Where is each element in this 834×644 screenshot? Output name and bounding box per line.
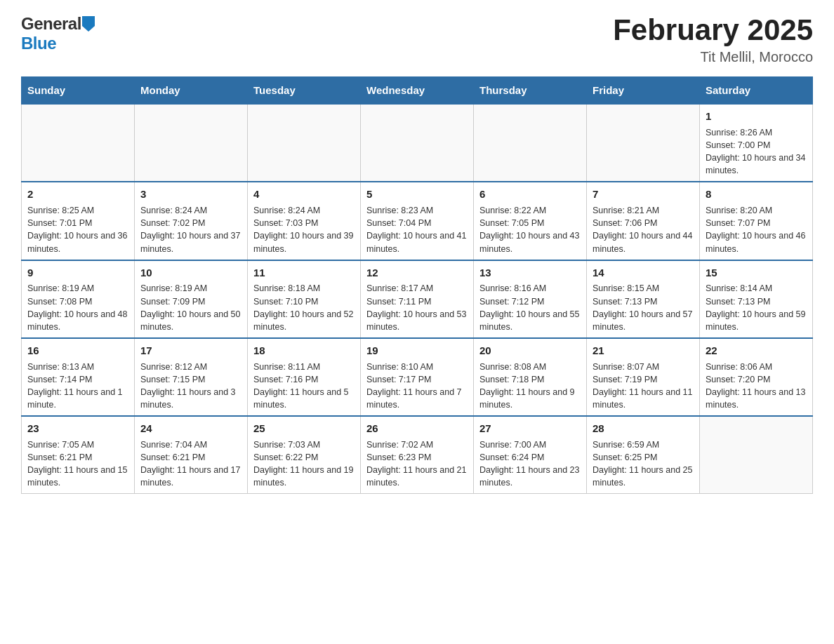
calendar-cell: 8Sunrise: 8:20 AM Sunset: 7:07 PM Daylig… (700, 182, 813, 260)
calendar-cell: 11Sunrise: 8:18 AM Sunset: 7:10 PM Dayli… (248, 260, 361, 338)
day-number: 7 (593, 187, 694, 202)
weekday-header-friday: Friday (587, 77, 700, 105)
day-info: Sunrise: 7:00 AM Sunset: 6:24 PM Dayligh… (479, 438, 581, 490)
day-info: Sunrise: 8:22 AM Sunset: 7:05 PM Dayligh… (479, 204, 581, 255)
weekday-header-saturday: Saturday (700, 77, 813, 105)
logo: General Blue (21, 14, 95, 53)
calendar-cell: 25Sunrise: 7:03 AM Sunset: 6:22 PM Dayli… (248, 416, 361, 494)
day-info: Sunrise: 8:08 AM Sunset: 7:18 PM Dayligh… (479, 361, 581, 412)
day-number: 6 (479, 187, 581, 202)
day-info: Sunrise: 8:11 AM Sunset: 7:16 PM Dayligh… (253, 361, 355, 412)
logo-flag-icon (82, 16, 95, 32)
calendar-cell: 10Sunrise: 8:19 AM Sunset: 7:09 PM Dayli… (135, 260, 248, 338)
calendar-cell: 7Sunrise: 8:21 AM Sunset: 7:06 PM Daylig… (587, 182, 700, 260)
day-info: Sunrise: 8:26 AM Sunset: 7:00 PM Dayligh… (706, 126, 807, 177)
calendar-cell (135, 104, 248, 182)
calendar-week-row: 9Sunrise: 8:19 AM Sunset: 7:08 PM Daylig… (22, 260, 813, 338)
day-info: Sunrise: 8:21 AM Sunset: 7:06 PM Dayligh… (593, 204, 694, 255)
day-info: Sunrise: 8:19 AM Sunset: 7:09 PM Dayligh… (140, 282, 241, 333)
day-info: Sunrise: 8:15 AM Sunset: 7:13 PM Dayligh… (593, 282, 694, 333)
day-number: 13 (479, 265, 581, 281)
calendar-cell (474, 104, 587, 182)
calendar-week-row: 1Sunrise: 8:26 AM Sunset: 7:00 PM Daylig… (22, 104, 813, 182)
day-info: Sunrise: 8:17 AM Sunset: 7:11 PM Dayligh… (366, 282, 468, 333)
day-info: Sunrise: 7:02 AM Sunset: 6:23 PM Dayligh… (366, 438, 468, 490)
calendar-cell: 18Sunrise: 8:11 AM Sunset: 7:16 PM Dayli… (248, 338, 361, 416)
day-info: Sunrise: 8:24 AM Sunset: 7:03 PM Dayligh… (253, 204, 355, 255)
calendar-cell: 2Sunrise: 8:25 AM Sunset: 7:01 PM Daylig… (22, 182, 135, 260)
day-info: Sunrise: 8:25 AM Sunset: 7:01 PM Dayligh… (27, 204, 128, 255)
location-subtitle: Tit Mellil, Morocco (613, 49, 813, 65)
day-info: Sunrise: 8:07 AM Sunset: 7:19 PM Dayligh… (593, 361, 694, 412)
calendar-table: SundayMondayTuesdayWednesdayThursdayFrid… (21, 76, 813, 494)
title-block: February 2025 Tit Mellil, Morocco (613, 14, 813, 65)
page-header: General Blue February 2025 Tit Mellil, M… (21, 14, 813, 65)
svg-marker-0 (82, 16, 95, 32)
day-number: 23 (27, 421, 128, 436)
weekday-header-tuesday: Tuesday (248, 77, 361, 105)
calendar-cell: 14Sunrise: 8:15 AM Sunset: 7:13 PM Dayli… (587, 260, 700, 338)
day-info: Sunrise: 8:23 AM Sunset: 7:04 PM Dayligh… (366, 204, 468, 255)
day-info: Sunrise: 8:10 AM Sunset: 7:17 PM Dayligh… (366, 361, 468, 412)
calendar-cell (587, 104, 700, 182)
day-info: Sunrise: 8:06 AM Sunset: 7:20 PM Dayligh… (706, 361, 807, 412)
logo-general-text: General (21, 14, 81, 34)
day-info: Sunrise: 7:03 AM Sunset: 6:22 PM Dayligh… (253, 438, 355, 490)
calendar-week-row: 16Sunrise: 8:13 AM Sunset: 7:14 PM Dayli… (22, 338, 813, 416)
calendar-cell (700, 416, 813, 494)
calendar-cell: 27Sunrise: 7:00 AM Sunset: 6:24 PM Dayli… (474, 416, 587, 494)
calendar-week-row: 23Sunrise: 7:05 AM Sunset: 6:21 PM Dayli… (22, 416, 813, 494)
calendar-cell: 12Sunrise: 8:17 AM Sunset: 7:11 PM Dayli… (361, 260, 474, 338)
calendar-cell: 3Sunrise: 8:24 AM Sunset: 7:02 PM Daylig… (135, 182, 248, 260)
day-number: 24 (140, 421, 241, 436)
calendar-cell (248, 104, 361, 182)
logo-blue-text: Blue (21, 34, 56, 53)
weekday-header-monday: Monday (135, 77, 248, 105)
day-number: 12 (366, 265, 468, 281)
day-number: 2 (27, 187, 128, 202)
calendar-cell (22, 104, 135, 182)
day-info: Sunrise: 8:20 AM Sunset: 7:07 PM Dayligh… (706, 204, 807, 255)
calendar-cell: 17Sunrise: 8:12 AM Sunset: 7:15 PM Dayli… (135, 338, 248, 416)
day-number: 17 (140, 343, 241, 358)
calendar-cell: 4Sunrise: 8:24 AM Sunset: 7:03 PM Daylig… (248, 182, 361, 260)
day-number: 10 (140, 265, 241, 281)
day-number: 5 (366, 187, 468, 202)
calendar-cell: 23Sunrise: 7:05 AM Sunset: 6:21 PM Dayli… (22, 416, 135, 494)
calendar-week-row: 2Sunrise: 8:25 AM Sunset: 7:01 PM Daylig… (22, 182, 813, 260)
day-number: 20 (479, 343, 581, 358)
day-number: 8 (706, 187, 807, 202)
calendar-cell: 20Sunrise: 8:08 AM Sunset: 7:18 PM Dayli… (474, 338, 587, 416)
day-number: 15 (706, 265, 807, 281)
day-number: 18 (253, 343, 355, 358)
calendar-cell: 5Sunrise: 8:23 AM Sunset: 7:04 PM Daylig… (361, 182, 474, 260)
calendar-cell: 6Sunrise: 8:22 AM Sunset: 7:05 PM Daylig… (474, 182, 587, 260)
calendar-cell: 21Sunrise: 8:07 AM Sunset: 7:19 PM Dayli… (587, 338, 700, 416)
day-info: Sunrise: 8:12 AM Sunset: 7:15 PM Dayligh… (140, 361, 241, 412)
weekday-header-wednesday: Wednesday (361, 77, 474, 105)
calendar-cell (361, 104, 474, 182)
day-number: 4 (253, 187, 355, 202)
day-number: 27 (479, 421, 581, 436)
calendar-cell: 24Sunrise: 7:04 AM Sunset: 6:21 PM Dayli… (135, 416, 248, 494)
calendar-cell: 26Sunrise: 7:02 AM Sunset: 6:23 PM Dayli… (361, 416, 474, 494)
day-number: 21 (593, 343, 694, 358)
day-info: Sunrise: 6:59 AM Sunset: 6:25 PM Dayligh… (593, 438, 694, 490)
weekday-header-row: SundayMondayTuesdayWednesdayThursdayFrid… (22, 77, 813, 105)
weekday-header-thursday: Thursday (474, 77, 587, 105)
day-info: Sunrise: 7:04 AM Sunset: 6:21 PM Dayligh… (140, 438, 241, 490)
calendar-cell: 19Sunrise: 8:10 AM Sunset: 7:17 PM Dayli… (361, 338, 474, 416)
calendar-cell: 28Sunrise: 6:59 AM Sunset: 6:25 PM Dayli… (587, 416, 700, 494)
day-number: 9 (27, 265, 128, 281)
day-number: 22 (706, 343, 807, 358)
calendar-cell: 22Sunrise: 8:06 AM Sunset: 7:20 PM Dayli… (700, 338, 813, 416)
day-number: 28 (593, 421, 694, 436)
day-info: Sunrise: 8:18 AM Sunset: 7:10 PM Dayligh… (253, 282, 355, 333)
day-number: 14 (593, 265, 694, 281)
day-number: 25 (253, 421, 355, 436)
day-info: Sunrise: 8:24 AM Sunset: 7:02 PM Dayligh… (140, 204, 241, 255)
calendar-cell: 1Sunrise: 8:26 AM Sunset: 7:00 PM Daylig… (700, 104, 813, 182)
day-info: Sunrise: 8:19 AM Sunset: 7:08 PM Dayligh… (27, 282, 128, 333)
day-info: Sunrise: 8:16 AM Sunset: 7:12 PM Dayligh… (479, 282, 581, 333)
calendar-cell: 13Sunrise: 8:16 AM Sunset: 7:12 PM Dayli… (474, 260, 587, 338)
